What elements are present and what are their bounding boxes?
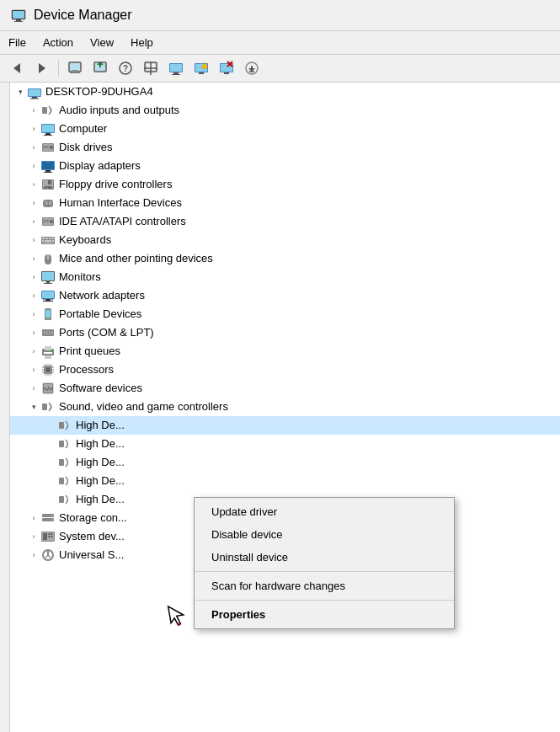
svg-rect-3 — [14, 21, 23, 22]
computer-expand[interactable]: › — [27, 122, 40, 136]
processors-expand[interactable]: › — [27, 363, 40, 377]
svg-rect-125 — [59, 441, 64, 447]
toolbar: ? ! — [0, 55, 560, 83]
svg-rect-101 — [45, 346, 51, 350]
processors-icon — [40, 362, 56, 377]
tree-item-portable[interactable]: › Portable Devices — [10, 305, 560, 323]
ports-expand[interactable]: › — [27, 326, 40, 339]
sound-expand[interactable]: ▾ — [27, 400, 40, 414]
menu-view[interactable]: View — [82, 33, 122, 52]
network-expand[interactable]: › — [27, 289, 40, 302]
toolbar-device-mgr[interactable] — [164, 57, 188, 79]
toolbar-help[interactable]: ? — [114, 57, 137, 79]
tree-item-display[interactable]: › Display adapters — [10, 157, 560, 175]
portable-expand[interactable]: › — [27, 307, 40, 321]
svg-rect-32 — [224, 72, 229, 74]
tree-item-floppy[interactable]: › Floppy drive controllers — [10, 175, 560, 194]
toolbar-forward[interactable] — [30, 57, 54, 79]
software-expand[interactable]: › — [27, 382, 40, 395]
svg-rect-60 — [46, 187, 48, 189]
tree-item-disk[interactable]: › Disk drives — [10, 138, 560, 157]
svg-rect-76 — [42, 240, 44, 242]
tree-item-print[interactable]: › Print queues — [10, 342, 560, 361]
toolbar-back[interactable] — [5, 57, 29, 79]
ide-expand[interactable]: › — [27, 215, 40, 228]
menu-help[interactable]: Help — [122, 33, 162, 52]
tree-item-computer[interactable]: › Computer — [10, 120, 560, 138]
hid-label: Human Interface Devices — [59, 196, 182, 211]
system-expand[interactable]: › — [27, 530, 40, 543]
svg-rect-7 — [70, 63, 80, 71]
hd1-label: High De... — [76, 419, 125, 433]
svg-rect-64 — [49, 201, 51, 205]
tree-item-audio[interactable]: › Audio inputs and outputs — [10, 101, 560, 120]
tree-item-network[interactable]: › Network adapters — [10, 286, 560, 305]
toolbar-properties[interactable] — [63, 57, 87, 79]
tree-item-ports[interactable]: › Ports (COM & LPT) — [10, 323, 560, 342]
svg-rect-2 — [16, 19, 21, 21]
tree-item-mice[interactable]: › Mice and other pointing devices — [10, 249, 560, 268]
tree-item-hd2[interactable]: › High De... — [10, 435, 560, 453]
svg-point-50 — [50, 146, 53, 149]
menu-file[interactable]: File — [0, 33, 35, 52]
toolbar-scan[interactable] — [139, 57, 163, 79]
universal-label: Universal S... — [59, 548, 124, 563]
tree-item-sound[interactable]: ▾ Sound, video and game controllers — [10, 398, 560, 416]
portable-label: Portable Devices — [59, 307, 141, 322]
software-icon: </> — [40, 381, 56, 396]
monitors-expand[interactable]: › — [27, 270, 40, 284]
computer-icon — [40, 121, 56, 136]
app-icon — [10, 7, 27, 24]
print-expand[interactable]: › — [27, 345, 40, 358]
svg-rect-43 — [42, 107, 47, 114]
tree-item-processors[interactable]: › — [10, 361, 560, 379]
hid-expand[interactable]: › — [27, 196, 40, 210]
audio-expand[interactable]: › — [27, 104, 40, 117]
tree-item-software[interactable]: › </> Software devices — [10, 379, 560, 398]
floppy-label: Floppy drive controllers — [59, 178, 172, 192]
svg-rect-61 — [48, 180, 51, 184]
hd5-icon — [57, 492, 72, 507]
toolbar-remove[interactable] — [215, 57, 238, 79]
context-sep-2 — [195, 600, 454, 601]
context-scan-changes[interactable]: Scan for hardware changes — [195, 574, 454, 597]
svg-rect-55 — [45, 170, 51, 172]
tree-root[interactable]: ▾ DESKTOP-9DUHGA4 — [10, 83, 560, 101]
tree-item-hd4[interactable]: › High De... — [10, 472, 560, 490]
svg-rect-56 — [44, 172, 52, 173]
tree-item-ide[interactable]: › IDE ATA/ATAPI controllers — [10, 212, 560, 231]
universal-expand[interactable]: › — [27, 548, 40, 562]
menu-action[interactable]: Action — [35, 33, 82, 52]
ide-label: IDE ATA/ATAPI controllers — [59, 215, 186, 229]
hd3-label: High De... — [76, 456, 125, 470]
display-expand[interactable]: › — [27, 159, 40, 173]
floppy-expand[interactable]: › — [27, 178, 40, 191]
tree-item-hid[interactable]: › Human Interface Devices — [10, 194, 560, 212]
svg-rect-89 — [43, 301, 53, 302]
context-disable-device[interactable]: Disable device — [195, 523, 454, 546]
storage-expand[interactable]: › — [27, 511, 40, 525]
storage-label: Storage con... — [59, 511, 127, 526]
svg-point-132 — [51, 519, 53, 521]
context-properties[interactable]: Properties — [195, 603, 454, 626]
toolbar-update[interactable] — [88, 57, 112, 79]
app-title: Device Manager — [34, 8, 132, 23]
mice-expand[interactable]: › — [27, 252, 40, 265]
toolbar-warn[interactable]: ! — [189, 57, 213, 79]
tree-item-keyboards[interactable]: › Keyboards — [10, 231, 560, 249]
svg-marker-143 — [168, 604, 185, 626]
svg-rect-73 — [45, 238, 48, 239]
storage-icon — [40, 510, 56, 526]
root-expand[interactable]: ▾ — [13, 85, 27, 99]
toolbar-download[interactable] — [240, 57, 264, 79]
svg-rect-126 — [59, 459, 64, 466]
disk-expand[interactable]: › — [27, 141, 40, 154]
tree-item-monitors[interactable]: › Monitors — [10, 268, 560, 286]
context-uninstall-device[interactable]: Uninstall device — [195, 546, 454, 569]
tree-item-hd3[interactable]: › High De... — [10, 453, 560, 472]
svg-rect-74 — [49, 238, 51, 239]
context-update-driver[interactable]: Update driver — [195, 500, 454, 523]
tree-item-hd1[interactable]: › High De... — [10, 416, 560, 435]
tree-panel[interactable]: ▾ DESKTOP-9DUHGA4 › Audio — [10, 83, 560, 732]
keyboards-expand[interactable]: › — [27, 233, 40, 247]
